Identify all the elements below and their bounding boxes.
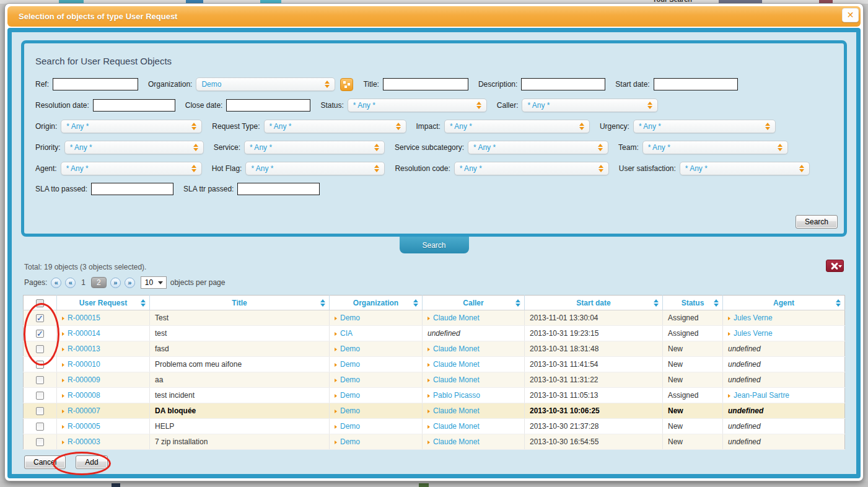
column-header-organization[interactable]: Organization (330, 296, 423, 310)
row-checkbox[interactable] (36, 423, 44, 431)
add-button[interactable]: Add (76, 455, 107, 469)
resolution-code-select[interactable]: * Any * (454, 162, 609, 175)
caller-link[interactable]: Claude Monet (433, 406, 480, 415)
organization-link[interactable]: CIA (340, 329, 353, 338)
row-checkbox[interactable] (36, 407, 44, 415)
priority-select[interactable]: * Any * (64, 141, 204, 154)
origin-select[interactable]: * Any * (61, 120, 202, 133)
team-select[interactable]: * Any * (642, 141, 788, 154)
first-page-button[interactable]: « (51, 278, 61, 288)
caller-select[interactable]: * Any * (522, 99, 658, 112)
caller-link[interactable]: Claude Monet (433, 314, 480, 322)
agent-link[interactable]: Jean-Paul Sartre (734, 391, 789, 400)
search-tab[interactable]: Search (400, 237, 469, 253)
request-type-select[interactable]: * Any * (264, 120, 406, 133)
organization-link[interactable]: Demo (340, 375, 360, 384)
user-request-link[interactable]: R-000014 (68, 329, 100, 338)
drilldown-icon (335, 317, 337, 320)
user-request-link[interactable]: R-000005 (68, 422, 100, 431)
title-input[interactable] (383, 78, 468, 90)
close-date-input[interactable] (226, 99, 310, 112)
agent-link[interactable]: Jules Verne (734, 314, 773, 322)
row-checkbox[interactable] (36, 314, 44, 322)
service-subcategory-select[interactable]: * Any * (468, 141, 608, 154)
page-1-link[interactable]: 1 (79, 278, 87, 287)
table-row: R-000013 fasd Demo Claude Monet 2013-10-… (24, 341, 845, 357)
sla-ttr-input[interactable] (237, 183, 320, 195)
table-row: R-000009 aa Demo Claude Monet 2013-10-31… (24, 372, 845, 388)
sort-icon[interactable] (836, 299, 841, 307)
select-all-checkbox[interactable] (36, 299, 44, 307)
caller-link[interactable]: Claude Monet (433, 344, 480, 353)
row-checkbox[interactable] (36, 392, 44, 400)
agent-select[interactable]: * Any * (61, 162, 202, 175)
user-request-link[interactable]: R-000009 (68, 375, 100, 384)
ref-input[interactable] (53, 78, 138, 90)
agent-cell: undefined (723, 403, 845, 419)
organization-link[interactable]: Demo (340, 391, 360, 400)
organization-select[interactable]: Demo (196, 77, 335, 91)
agent-link[interactable]: Jules Verne (734, 329, 773, 338)
user-request-link[interactable]: R-000015 (68, 314, 100, 322)
organization-link[interactable]: Demo (340, 422, 360, 431)
row-checkbox[interactable] (36, 438, 44, 446)
organization-link[interactable]: Demo (340, 360, 360, 369)
table-row: R-000014 test CIA undefined 2013-10-31 1… (24, 326, 845, 341)
column-header-start-date[interactable]: Start date (525, 296, 663, 310)
search-button[interactable]: Search (796, 215, 838, 229)
organization-link[interactable]: Demo (340, 406, 360, 415)
organization-link[interactable]: Demo (340, 344, 360, 353)
last-page-button[interactable]: » (125, 278, 135, 288)
organization-link[interactable]: Demo (340, 437, 360, 446)
table-row: R-000003 7 zip installation Demo Claude … (24, 434, 845, 450)
start-date-input[interactable] (654, 78, 738, 90)
row-checkbox[interactable] (36, 330, 44, 338)
sort-icon[interactable] (714, 299, 719, 307)
next-page-button[interactable]: » (110, 278, 121, 288)
page-size-select[interactable]: 10 (141, 276, 167, 289)
user-request-link[interactable]: R-000003 (68, 437, 100, 446)
sort-icon[interactable] (320, 299, 325, 307)
caller-link[interactable]: Claude Monet (433, 422, 480, 431)
prev-page-button[interactable]: « (65, 278, 76, 288)
resolution-date-input[interactable] (93, 99, 175, 112)
agent-cell: undefined (723, 419, 845, 434)
actions-menu-button[interactable] (826, 260, 844, 272)
column-header-user-request[interactable]: User Request (57, 296, 150, 310)
caller-link[interactable]: Claude Monet (433, 437, 480, 446)
organization-link[interactable]: Demo (340, 314, 360, 322)
impact-select[interactable]: * Any * (444, 120, 590, 133)
drilldown-icon (427, 425, 430, 429)
user-request-link[interactable]: R-000010 (68, 360, 100, 369)
column-header-title[interactable]: Title (150, 296, 330, 310)
organization-hierarchy-button[interactable] (340, 78, 353, 91)
caller-link[interactable]: Claude Monet (433, 360, 480, 369)
column-header-status[interactable]: Status (663, 296, 723, 310)
status-select[interactable]: * Any * (348, 99, 487, 112)
description-input[interactable] (521, 78, 605, 90)
row-checkbox[interactable] (36, 345, 44, 353)
user-request-link[interactable]: R-000008 (68, 391, 100, 400)
sort-icon[interactable] (141, 299, 146, 307)
cancel-button[interactable]: Cancel (24, 455, 66, 469)
user-request-link[interactable]: R-000007 (68, 406, 100, 415)
close-button[interactable]: ✕ (842, 8, 859, 22)
sort-icon[interactable] (515, 299, 520, 307)
caller-link[interactable]: Pablo Picasso (433, 391, 480, 400)
hot-flag-select[interactable]: * Any * (245, 162, 385, 175)
table-row: R-000005 HELP Demo Claude Monet 2013-10-… (24, 419, 845, 434)
column-header-agent[interactable]: Agent (723, 296, 845, 310)
sla-tto-input[interactable] (91, 183, 173, 195)
user-satisfaction-select[interactable]: * Any * (680, 162, 810, 175)
urgency-select[interactable]: * Any * (633, 120, 776, 133)
form-row-4: Priority: * Any * Service: * Any * Servi… (35, 141, 833, 154)
caller-link[interactable]: Claude Monet (433, 375, 480, 384)
dialog-title-bar[interactable]: Selection of objects of type User Reques… (7, 6, 861, 27)
column-header-caller[interactable]: Caller (423, 296, 525, 310)
service-select[interactable]: * Any * (244, 141, 385, 154)
sort-icon[interactable] (413, 299, 418, 307)
row-checkbox[interactable] (36, 376, 44, 384)
row-checkbox[interactable] (36, 361, 44, 369)
sort-icon[interactable] (654, 299, 659, 307)
user-request-link[interactable]: R-000013 (68, 344, 100, 353)
